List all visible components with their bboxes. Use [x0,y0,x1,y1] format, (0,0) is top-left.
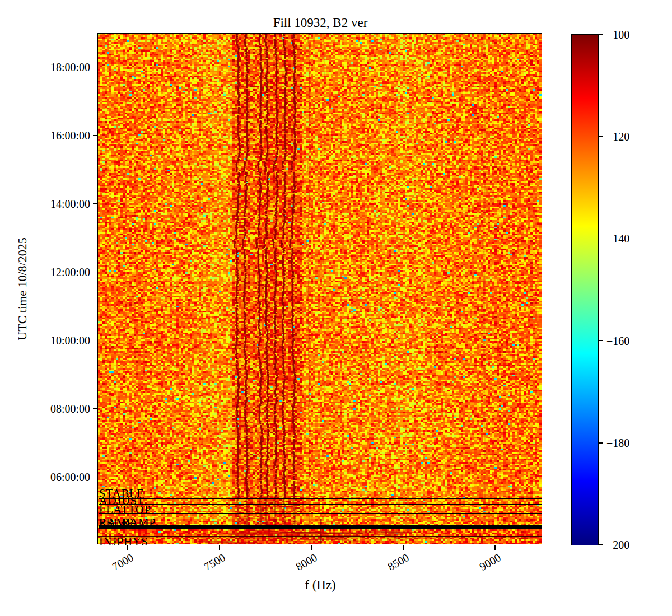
beam-mode-label-preramp: PRERAMP [99,517,156,529]
beam-mode-line-injphys [99,536,542,537]
x-tick-mark [311,545,312,550]
x-tick-mark [403,545,404,550]
y-tick-label: 10:00:00 [0,333,90,348]
y-tick-mark [93,340,98,341]
colorbar-tick-mark [598,34,603,35]
colorbar-tick-label: −180 [606,436,629,450]
y-tick-label: 12:00:00 [0,265,90,279]
figure: Fill 10932, B2 ver UTC time 10/8/2025 f … [0,0,672,616]
colorbar-tick-mark [598,544,603,545]
y-tick-label: 18:00:00 [0,60,90,74]
y-tick-mark [93,67,98,68]
colorbar [571,34,599,545]
y-tick-mark [93,477,98,478]
y-tick-label: 06:00:00 [0,470,90,484]
y-tick-mark [93,272,98,273]
colorbar-tick-mark [598,340,603,342]
beam-mode-line-preramp [99,527,542,529]
x-axis-label: f (Hz) [98,578,543,592]
plot-title: Fill 10932, B2 ver [98,16,543,30]
colorbar-gradient [572,35,598,545]
beam-mode-label-flattop: FLATTOP [99,504,151,516]
colorbar-tick-label: −200 [606,538,629,552]
x-tick-label-text: 9000 [477,551,503,573]
beam-mode-line-stable [99,498,542,499]
y-tick-label: 16:00:00 [0,128,90,143]
x-tick-label-text: 7000 [110,551,136,573]
y-tick-label: 08:00:00 [0,402,90,416]
y-tick-mark [93,203,98,204]
x-tick-mark [219,545,220,550]
y-axis-label: UTC time 10/8/2025 [15,237,30,340]
beam-mode-line-flattop [99,513,542,514]
x-tick-label-text: 7500 [202,551,227,573]
x-tick-label-text: 8000 [293,551,319,573]
beam-mode-line-adjust [99,504,542,505]
y-tick-mark [93,135,98,136]
colorbar-tick-label: −160 [606,334,629,348]
x-tick-mark [494,545,496,550]
spectrogram-canvas [98,34,542,544]
beam-mode-label-injphys: INJPHYS [99,536,148,548]
colorbar-tick-label: −140 [606,231,629,246]
colorbar-tick-label: −100 [606,27,629,42]
colorbar-tick-mark [598,239,603,240]
y-tick-mark [93,408,98,409]
plot-area [97,33,542,544]
x-tick-label-text: 8500 [385,551,411,573]
colorbar-tick-mark [598,136,603,137]
y-tick-label: 14:00:00 [0,197,90,211]
colorbar-tick-mark [598,442,603,444]
colorbar-tick-label: −120 [606,129,629,144]
